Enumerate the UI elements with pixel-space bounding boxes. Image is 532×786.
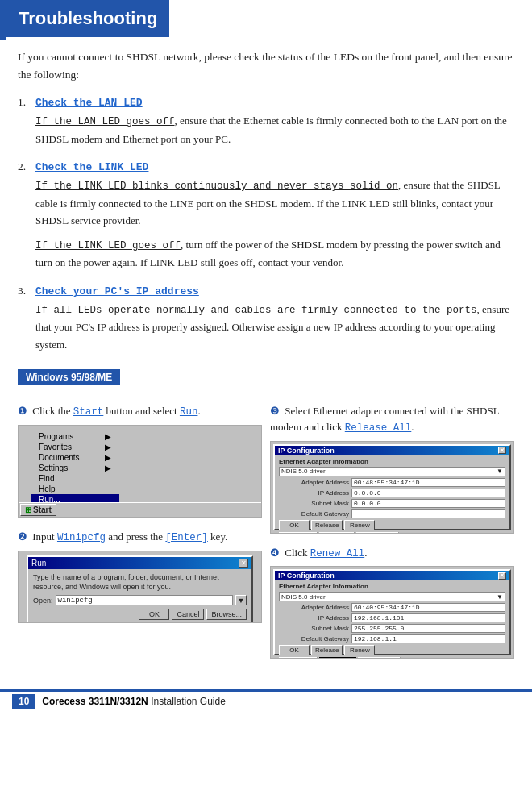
step-3-para: If all LEDs operate normally and cables … bbox=[35, 301, 514, 354]
ipconfig-empty-adapter-select[interactable]: NDIS 5.0 driver▼ bbox=[279, 467, 505, 476]
ipconfig-filled-title: IP Configuration bbox=[278, 572, 335, 580]
substep-4-link-renewall: Renew All bbox=[310, 548, 365, 559]
footer-suffix: Installation Guide bbox=[148, 696, 226, 707]
substep-3-link-releaseall: Release All bbox=[345, 422, 412, 434]
ipconfig-filled-renewall[interactable]: Renew All bbox=[319, 657, 356, 659]
ipconfig-filled-ok[interactable]: OK bbox=[279, 645, 310, 655]
ipconfig-empty-adapter-label: Ethernet Adapter Information bbox=[279, 458, 505, 465]
win-badge: Windows 95/98/ME bbox=[18, 369, 120, 385]
screenshot-start-menu: Programs▶ Favorites▶ Documents▶ Settings… bbox=[18, 425, 262, 518]
step-2-mono-2: If the LINK LED goes off bbox=[35, 240, 181, 252]
step-2-title: Check the LINK LED bbox=[35, 161, 148, 173]
run-browse-btn[interactable]: Browse... bbox=[206, 609, 247, 620]
step-1-num: 1. bbox=[18, 96, 35, 109]
menu-programs: Programs▶ bbox=[31, 431, 119, 442]
step-3: 3. Check your PC's IP address If all LED… bbox=[18, 285, 514, 354]
screenshot-ipconfig-empty: IP Configuration ✕ Ethernet Adapter Info… bbox=[270, 441, 514, 534]
header-row: Troubleshooting bbox=[0, 0, 532, 37]
step-3-mono: If all LEDs operate normally and cables … bbox=[35, 305, 477, 316]
screenshot-ipconfig-filled: IP Configuration ✕ Ethernet Adapter Info… bbox=[270, 566, 514, 659]
substeps-container: ❶ Click the Start button and select Run.… bbox=[18, 403, 514, 670]
ipconfig-empty-renewall[interactable]: Renew All bbox=[319, 532, 355, 534]
menu-documents: Documents▶ bbox=[31, 452, 119, 463]
blue-accent-bar bbox=[0, 0, 6, 40]
run-close-btn[interactable]: ✕ bbox=[239, 559, 248, 568]
run-dialog-title: Run bbox=[31, 559, 46, 568]
ipconfig-filled-adapter-addr: Adapter Address 60:40:95:34:47:1D bbox=[279, 603, 505, 612]
ipconfig-filled-adapter-label: Ethernet Adapter Information bbox=[279, 583, 505, 590]
ipconfig-filled-renew[interactable]: Renew bbox=[344, 645, 375, 655]
run-input-field[interactable]: winipcfg bbox=[56, 595, 233, 605]
footer-page-num: 10 bbox=[12, 694, 35, 709]
step-1-mono: If the LAN LED goes off bbox=[35, 116, 175, 127]
page-title: Troubleshooting bbox=[6, 0, 169, 37]
ipconfig-field-adapter-addr: Adapter Address 00:48:55:34:47:1D bbox=[279, 478, 505, 487]
ipconfig-field-subnet: Subnet Mask 0.0.0.0 bbox=[279, 499, 505, 508]
substep-4: ❹ Click Renew All. IP Configuration ✕ E bbox=[270, 545, 514, 659]
ipconfig-filled-subnet: Subnet Mask 255.255.255.0 bbox=[279, 624, 505, 633]
substep-3-header: ❸ Select Ethernet adapter connected with… bbox=[270, 403, 514, 435]
ipconfig-empty-releaseall[interactable]: Release All bbox=[279, 532, 318, 534]
ipconfig-filled-releaseall[interactable]: Release All bbox=[279, 657, 318, 659]
substep-3-circle: ❸ bbox=[270, 405, 280, 417]
run-dropdown-arrow[interactable]: ▼ bbox=[235, 595, 247, 605]
substep-1-circle: ❶ bbox=[18, 405, 27, 417]
step-3-num: 3. bbox=[18, 285, 35, 297]
substep-4-header: ❹ Click Renew All. bbox=[270, 545, 514, 562]
start-button-label: Start bbox=[33, 505, 52, 514]
run-dialog-label: Type the name of a program, folder, docu… bbox=[33, 573, 247, 592]
ipconfig-filled-ip: IP Address 192.168.1.101 bbox=[279, 613, 505, 622]
substep-4-circle: ❹ bbox=[270, 547, 280, 559]
footer-product: Corecess 3311N/3312N bbox=[42, 696, 148, 707]
step-2-num: 2. bbox=[18, 160, 35, 173]
substep-2-circle: ❷ bbox=[18, 530, 27, 543]
substep-2: ❷ Input Winipcfg and press the [Enter] k… bbox=[18, 529, 262, 623]
step-2-para-2: If the LINK LED goes off, turn off the p… bbox=[35, 236, 514, 272]
substep-1-link-start: Start bbox=[73, 406, 104, 418]
step-1-title: Check the LAN LED bbox=[35, 97, 143, 109]
ipconfig-field-ip: IP Address 0.0.0.0 bbox=[279, 489, 505, 497]
ipconfig-empty-renew[interactable]: Renew bbox=[344, 520, 375, 530]
step-1-para: If the LAN LED goes off, ensure that the… bbox=[35, 112, 514, 148]
substeps-left: ❶ Click the Start button and select Run.… bbox=[18, 403, 262, 670]
menu-find: Find bbox=[31, 473, 119, 484]
step-1: 1. Check the LAN LED If the LAN LED goes… bbox=[18, 96, 514, 148]
run-ok-btn[interactable]: OK bbox=[139, 609, 169, 620]
ipconfig-filled-close[interactable]: ✕ bbox=[498, 572, 506, 580]
substep-2-header: ❷ Input Winipcfg and press the [Enter] k… bbox=[18, 529, 262, 546]
substep-1-header: ❶ Click the Start button and select Run. bbox=[18, 403, 262, 420]
run-open-label: Open: bbox=[33, 597, 53, 605]
step-3-title: Check your PC's IP address bbox=[35, 285, 199, 297]
menu-favorites: Favorites▶ bbox=[31, 442, 119, 452]
ipconfig-filled-adapter-select[interactable]: NDIS 5.0 driver▼ bbox=[279, 592, 505, 601]
intro-text: If you cannot connect to SHDSL network, … bbox=[18, 48, 514, 83]
menu-settings: Settings▶ bbox=[31, 463, 119, 473]
ipconfig-filled-moreinfo[interactable]: More Info >> bbox=[358, 657, 401, 659]
substep-2-link-winipcfg: Winipcfg bbox=[57, 532, 106, 543]
ipconfig-empty-ok[interactable]: OK bbox=[279, 520, 310, 530]
ipconfig-field-gateway: Default Gateway bbox=[279, 509, 505, 518]
screenshot-run-dialog: Run ✕ Type the name of a program, folder… bbox=[18, 551, 262, 623]
menu-help: Help bbox=[31, 484, 119, 494]
ipconfig-empty-release[interactable]: Release bbox=[311, 520, 343, 530]
ipconfig-empty-title: IP Configuration bbox=[278, 447, 335, 455]
substep-1: ❶ Click the Start button and select Run.… bbox=[18, 403, 262, 518]
run-cancel-btn[interactable]: Cancel bbox=[172, 609, 204, 620]
step-2-mono-1: If the LINK LED blinks continuously and … bbox=[35, 181, 398, 192]
substep-3: ❸ Select Ethernet adapter connected with… bbox=[270, 403, 514, 533]
substep-2-link-enter: [Enter] bbox=[165, 532, 208, 543]
ipconfig-filled-gateway: Default Gateway 192.168.1.1 bbox=[279, 634, 505, 643]
step-2: 2. Check the LINK LED If the LINK LED bl… bbox=[18, 160, 514, 272]
footer: 10 Corecess 3311N/3312N Installation Gui… bbox=[0, 689, 532, 712]
step-2-para-1: If the LINK LED blinks continuously and … bbox=[35, 177, 514, 230]
substep-1-link-run: Run bbox=[180, 406, 198, 418]
ipconfig-empty-moreinfo[interactable]: More Info >> bbox=[356, 532, 399, 534]
ipconfig-filled-release[interactable]: Release bbox=[311, 645, 343, 655]
ipconfig-empty-close[interactable]: ✕ bbox=[498, 447, 506, 454]
substeps-right: ❸ Select Ethernet adapter connected with… bbox=[270, 403, 514, 670]
